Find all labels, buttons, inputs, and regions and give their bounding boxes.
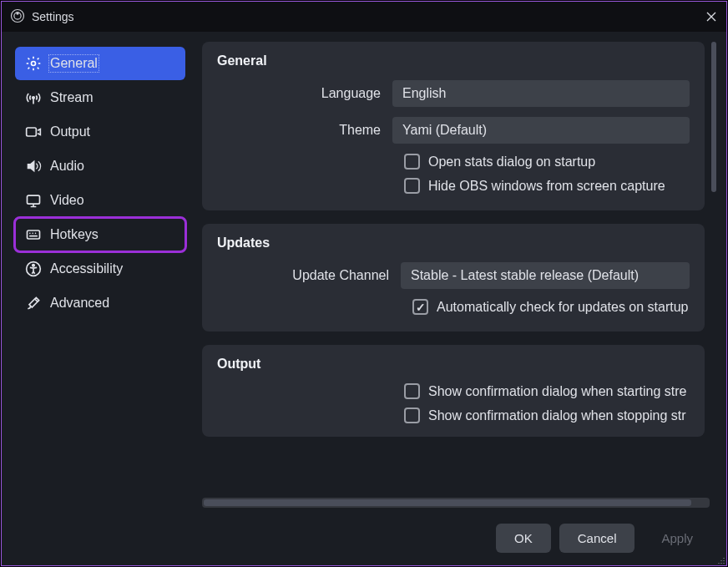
sidebar-item-label: Stream <box>50 90 94 105</box>
confirm-start-stream-checkbox[interactable] <box>404 383 420 399</box>
panel-output: Output Show confirmation dialog when sta… <box>202 345 705 437</box>
confirm-stop-stream-label: Show confirmation dialog when stopping s… <box>428 408 686 423</box>
horizontal-scrollbar[interactable] <box>202 498 710 508</box>
theme-label: Theme <box>217 123 392 138</box>
language-label: Language <box>217 86 392 101</box>
titlebar: Settings <box>2 2 726 32</box>
monitor-icon <box>25 192 42 209</box>
speaker-icon <box>25 158 42 175</box>
vertical-scrollbar-thumb[interactable] <box>711 42 716 192</box>
sidebar-item-label: Output <box>50 124 90 139</box>
apply-button: Apply <box>643 524 711 553</box>
gear-icon <box>25 55 42 72</box>
tools-icon <box>25 295 42 311</box>
settings-sidebar: General Stream Output Audio <box>12 42 189 508</box>
sidebar-item-label: Video <box>50 193 84 208</box>
update-channel-label: Update Channel <box>217 268 401 283</box>
svg-point-9 <box>33 265 35 267</box>
sidebar-item-general[interactable]: General <box>15 47 185 80</box>
panel-title: General <box>217 53 690 68</box>
sidebar-item-accessibility[interactable]: Accessibility <box>15 252 185 286</box>
sidebar-item-output[interactable]: Output <box>15 115 185 149</box>
ok-button[interactable]: OK <box>496 524 551 553</box>
sidebar-item-label: Hotkeys <box>50 227 99 242</box>
window-title: Settings <box>32 10 74 23</box>
vertical-scrollbar[interactable] <box>710 42 718 476</box>
auto-check-updates-checkbox[interactable] <box>412 299 428 315</box>
sidebar-item-stream[interactable]: Stream <box>15 81 185 114</box>
settings-window: Settings General Stream <box>1 1 727 566</box>
confirm-stop-stream-checkbox[interactable] <box>404 408 420 423</box>
svg-rect-5 <box>27 128 37 136</box>
panel-title: Output <box>217 357 690 372</box>
svg-rect-7 <box>28 230 40 239</box>
dialog-footer: OK Cancel Apply <box>2 519 726 565</box>
sidebar-item-advanced[interactable]: Advanced <box>15 286 185 320</box>
cancel-button[interactable]: Cancel <box>559 524 635 553</box>
open-stats-checkbox[interactable] <box>404 154 420 170</box>
hide-obs-checkbox[interactable] <box>404 178 420 194</box>
panel-title: Updates <box>217 235 690 251</box>
sidebar-item-label: Advanced <box>50 296 109 311</box>
sidebar-item-audio[interactable]: Audio <box>15 149 185 183</box>
svg-point-3 <box>32 62 36 66</box>
accessibility-icon <box>25 261 42 277</box>
panel-updates: Updates Update Channel Stable - Latest s… <box>202 224 705 332</box>
auto-check-updates-label: Automatically check for updates on start… <box>437 300 689 315</box>
sidebar-item-hotkeys[interactable]: Hotkeys <box>15 218 185 251</box>
sidebar-item-label: General <box>50 56 98 71</box>
output-icon <box>25 124 42 140</box>
open-stats-label: Open stats dialog on startup <box>428 154 595 170</box>
sidebar-item-video[interactable]: Video <box>15 184 185 217</box>
keyboard-icon <box>25 226 42 243</box>
language-select[interactable]: English <box>392 80 690 107</box>
panel-general: General Language English Theme Yami (Def… <box>202 42 705 210</box>
settings-content: General Language English Theme Yami (Def… <box>189 42 718 508</box>
sidebar-item-label: Accessibility <box>50 261 123 276</box>
update-channel-select[interactable]: Stable - Latest stable release (Default) <box>401 262 690 289</box>
svg-point-0 <box>12 9 24 22</box>
horizontal-scrollbar-thumb[interactable] <box>204 499 691 506</box>
close-icon[interactable] <box>705 10 718 23</box>
resize-grip-icon[interactable] <box>715 554 725 564</box>
theme-select[interactable]: Yami (Default) <box>392 117 690 144</box>
svg-rect-6 <box>28 195 40 204</box>
sidebar-item-label: Audio <box>50 159 84 174</box>
obs-logo-icon <box>10 8 25 26</box>
hide-obs-label: Hide OBS windows from screen capture <box>428 179 665 194</box>
svg-point-2 <box>16 12 18 14</box>
antenna-icon <box>25 89 42 106</box>
confirm-start-stream-label: Show confirmation dialog when starting s… <box>428 384 687 399</box>
